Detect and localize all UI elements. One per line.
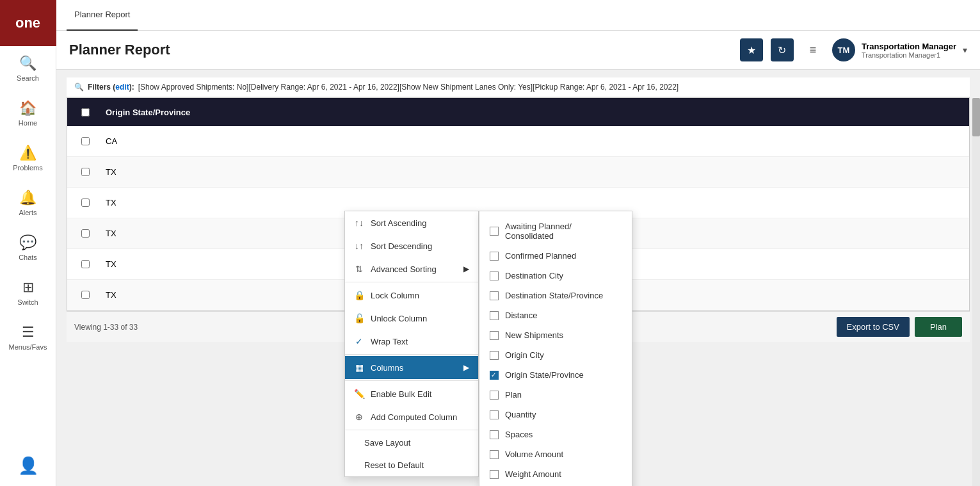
cell-state: TX xyxy=(98,229,124,238)
submenu-label: Distance xyxy=(505,311,538,320)
row-checkbox[interactable] xyxy=(81,168,90,176)
filters-edit-link[interactable]: edit xyxy=(115,83,129,92)
menu-enable-bulk-edit[interactable]: ✏️ Enable Bulk Edit xyxy=(345,382,478,405)
content-area: 🔍 Filters (edit): [Show Approved Shipmen… xyxy=(56,70,980,486)
export-csv-button[interactable]: Export to CSV xyxy=(837,317,910,337)
submenu-label: New Shipments xyxy=(505,330,563,340)
check-icon: ✓ xyxy=(354,336,364,346)
sidebar-item-label: Chats xyxy=(19,254,37,261)
submenu-origin-city[interactable]: Origin City xyxy=(479,345,632,365)
submenu-distance[interactable]: Distance xyxy=(479,305,632,325)
sidebar-item-avatar[interactable]: 👤 xyxy=(0,447,56,486)
menu-divider xyxy=(345,354,478,355)
cell-state: CA xyxy=(98,136,125,146)
advanced-sort-icon: ⇅ xyxy=(354,264,364,274)
menu-label: Sort Ascending xyxy=(371,218,426,228)
submenu-checkbox[interactable] xyxy=(490,291,499,300)
submenu-checkbox[interactable] xyxy=(490,252,499,261)
menu-unlock-column[interactable]: 🔓 Unlock Column xyxy=(345,307,478,330)
plan-button[interactable]: Plan xyxy=(915,317,962,337)
row-checkbox[interactable] xyxy=(81,137,90,145)
submenu-checkbox[interactable] xyxy=(490,470,499,479)
menu-columns[interactable]: ▦ Columns ▶ xyxy=(345,356,478,379)
table-header: Origin State/Province xyxy=(67,98,969,126)
sidebar-item-problems[interactable]: ⚠️ Problems xyxy=(0,136,56,181)
columns-icon: ▦ xyxy=(354,362,364,373)
submenu-checkbox[interactable] xyxy=(490,331,499,340)
submenu-spaces[interactable]: Spaces xyxy=(479,425,632,444)
menu-sort-descending[interactable]: ↓↑ Sort Descending xyxy=(345,234,478,257)
user-info[interactable]: TM Transportation Manager Transportation… xyxy=(832,38,967,61)
submenu-weight[interactable]: Weight Amount xyxy=(479,464,632,484)
submenu-plan[interactable]: Plan xyxy=(479,385,632,405)
submenu-confirmed[interactable]: Confirmed Planned xyxy=(479,246,632,266)
sidebar-item-label: Search xyxy=(17,74,39,82)
select-all-checkbox[interactable] xyxy=(81,108,90,117)
menu-sort-ascending[interactable]: ↑↓ Sort Ascending xyxy=(345,211,478,234)
submenu-dest-city[interactable]: Destination City xyxy=(479,266,632,286)
sidebar-item-menus[interactable]: ☰ Menus/Favs xyxy=(0,315,56,360)
avatar: TM xyxy=(832,38,855,61)
submenu-checkbox[interactable] xyxy=(490,450,499,459)
user-name: Transportation Manager xyxy=(862,42,956,51)
menu-icon: ☰ xyxy=(22,324,35,341)
submenu-checkbox[interactable] xyxy=(490,227,499,236)
menu-label: Advanced Sorting xyxy=(371,264,437,274)
submenu-awaiting[interactable]: Awaiting Planned/ Consolidated xyxy=(479,216,632,246)
refresh-button[interactable]: ↻ xyxy=(771,38,794,61)
submenu-checkbox[interactable] xyxy=(490,430,499,439)
sidebar-item-alerts[interactable]: 🔔 Alerts xyxy=(0,181,56,225)
submenu-checkbox[interactable] xyxy=(490,351,499,360)
sidebar-item-label: Switch xyxy=(17,298,38,306)
submenu-origin-state[interactable]: Origin State/Province xyxy=(479,365,632,385)
row-checkbox[interactable] xyxy=(81,260,90,268)
arrow-icon: ▶ xyxy=(463,363,469,372)
menu-reset-to-default[interactable]: Reset to Default xyxy=(345,454,478,476)
submenu-label: Destination State/Province xyxy=(505,291,603,300)
tab-bar: Planner Report xyxy=(56,0,980,31)
submenu-volume[interactable]: Volume Amount xyxy=(479,444,632,464)
plus-circle-icon: ⊕ xyxy=(354,412,364,422)
submenu-checkbox-checked[interactable] xyxy=(490,371,499,380)
submenu-checkbox[interactable] xyxy=(490,311,499,320)
cell-state: TX xyxy=(98,290,124,300)
menu-wrap-text[interactable]: ✓ Wrap Text xyxy=(345,330,478,353)
sidebar-item-chats[interactable]: 💬 Chats xyxy=(0,225,56,270)
row-checkbox[interactable] xyxy=(81,291,90,299)
tab-planner-report[interactable]: Planner Report xyxy=(67,0,138,31)
menu-divider xyxy=(345,282,478,282)
submenu-label: Spaces xyxy=(505,430,533,439)
submenu-checkbox[interactable] xyxy=(490,410,499,419)
hamburger-button[interactable]: ≡ xyxy=(801,38,824,61)
sidebar-item-label: Home xyxy=(19,119,37,127)
submenu-checkbox[interactable] xyxy=(490,271,499,280)
row-checkbox[interactable] xyxy=(81,198,90,207)
footer-buttons: Export to CSV Plan xyxy=(837,317,962,337)
submenu-quantity[interactable]: Quantity xyxy=(479,405,632,425)
row-checkbox[interactable] xyxy=(81,229,90,238)
bell-icon: 🔔 xyxy=(19,190,36,206)
submenu-checkbox[interactable] xyxy=(490,391,499,400)
submenu-label: Origin State/Province xyxy=(505,370,584,380)
submenu-new-shipments[interactable]: New Shipments xyxy=(479,325,632,345)
columns-submenu: Awaiting Planned/ Consolidated Confirmed… xyxy=(479,211,632,486)
page-header: Planner Report ★ ↻ ≡ TM Transportation M… xyxy=(56,31,980,70)
submenu-label: Plan xyxy=(505,390,522,400)
sort-desc-icon: ↓↑ xyxy=(354,241,364,251)
header-checkbox-col xyxy=(72,108,98,117)
sort-asc-icon: ↑↓ xyxy=(354,218,364,228)
menu-add-computed-column[interactable]: ⊕ Add Computed Column xyxy=(345,405,478,428)
sidebar-item-home[interactable]: 🏠 Home xyxy=(0,91,56,136)
menu-advanced-sorting[interactable]: ⇅ Advanced Sorting ▶ xyxy=(345,257,478,280)
sidebar-item-search[interactable]: 🔍 Search xyxy=(0,46,56,91)
submenu-dest-state[interactable]: Destination State/Province xyxy=(479,286,632,305)
star-button[interactable]: ★ xyxy=(740,38,763,61)
filters-text: [Show Approved Shipments: No][Delivery R… xyxy=(138,83,679,92)
menu-save-layout[interactable]: Save Layout xyxy=(345,432,478,454)
sidebar-item-switch[interactable]: ⊞ Switch xyxy=(0,270,56,315)
menu-divider xyxy=(345,380,478,381)
menu-lock-column[interactable]: 🔒 Lock Column xyxy=(345,284,478,307)
refresh-icon: ↻ xyxy=(778,44,786,56)
header-origin-state[interactable]: Origin State/Province xyxy=(98,108,226,117)
menu-label: Sort Descending xyxy=(371,241,432,251)
